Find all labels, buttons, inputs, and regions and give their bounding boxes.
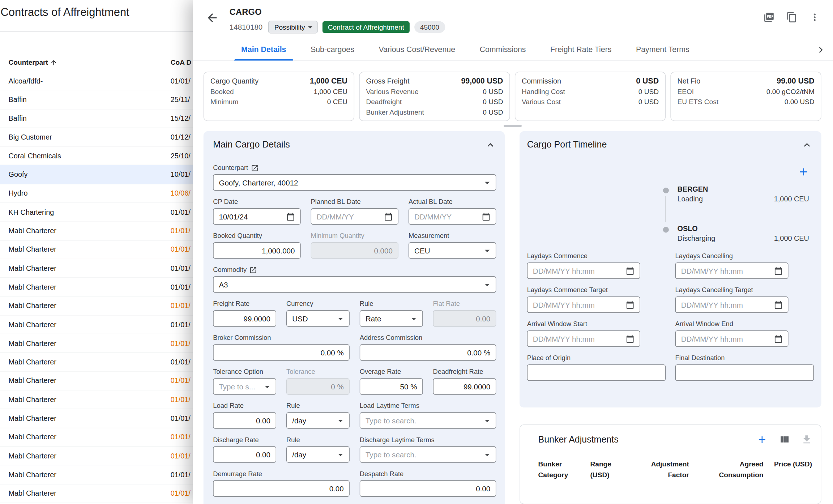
bunker-column-header: Bunker Category [538, 459, 580, 480]
input-value: DD/MM/YY hh:mm [681, 334, 743, 343]
input-value: Type to s... [219, 382, 255, 391]
bunker-actions [756, 434, 812, 445]
external-link-icon[interactable] [251, 164, 259, 172]
field-label-text: Discharge Laytime Terms [360, 436, 435, 444]
coa-counterpart-cell: Mabl Charterer [9, 283, 171, 291]
booked-quantity-input[interactable]: 1,000.000 [213, 242, 300, 259]
cp-date-input[interactable]: 10/01/24 [213, 208, 300, 225]
form-cell: Laydays Cancelling TargetDD/MM/YY hh:mm [675, 286, 813, 313]
demurrage-rate-input[interactable]: 0.00 [213, 480, 350, 497]
coa-counterpart-cell: KH Chartering [9, 208, 171, 216]
field-rule: Rule/day [286, 436, 350, 463]
collapse-chevron-up-icon[interactable] [801, 139, 813, 151]
overage-rate-input[interactable]: 50 % [360, 378, 423, 395]
field-label-text: Load Rate [213, 402, 244, 410]
broker-commission-input[interactable]: 0.00 % [213, 344, 350, 361]
add-port-icon[interactable] [798, 166, 810, 178]
laydays-cancelling-input[interactable]: DD/MM/YY hh:mm [675, 262, 789, 279]
laydays-cancelling-target-input[interactable]: DD/MM/YY hh:mm [675, 296, 789, 313]
field-label-text: Rule [286, 436, 300, 444]
coa-counterpart-cell: Baffin [9, 95, 171, 103]
actual-bl-date-input[interactable]: DD/MM/YY [409, 208, 496, 225]
input-value: 99.0000 [464, 382, 490, 391]
final-destination-input[interactable] [675, 364, 814, 381]
laydays-commence-target-input[interactable]: DD/MM/YY hh:mm [527, 296, 640, 313]
rule-select[interactable]: Rate [360, 310, 423, 327]
field-label: Discharge Rate [213, 436, 276, 444]
panel-resize-handle[interactable] [503, 125, 521, 127]
input-value: DD/MM/YY [414, 212, 452, 221]
columns-icon[interactable] [779, 434, 790, 445]
field-label: Currency [286, 300, 350, 308]
deadfreight-rate-input[interactable]: 99.0000 [433, 378, 496, 395]
field-label-text: Despatch Rate [360, 470, 404, 478]
field-label: Laydays Cancelling Target [675, 286, 789, 295]
field-label-text: Demurrage Rate [213, 470, 262, 478]
arrival-window-end-input[interactable]: DD/MM/YY hh:mm [675, 330, 789, 347]
tab-various-cost-revenue[interactable]: Various Cost/Revenue [367, 39, 467, 60]
laydays-commence-input[interactable]: DD/MM/YY hh:mm [527, 262, 640, 279]
tab-sub-cargoes[interactable]: Sub-cargoes [298, 39, 366, 60]
tab-main-details[interactable]: Main Details [229, 39, 298, 60]
load-rate-input[interactable]: 0.00 [213, 412, 276, 429]
card-row: Various Revenue0 USD [366, 86, 503, 97]
tab-payment-terms[interactable]: Payment Terms [624, 39, 701, 60]
caret-down-icon [481, 177, 493, 188]
coa-counterpart-cell: Mabl Charterer [9, 471, 171, 479]
load-laytime-terms-select[interactable]: Type to search. [360, 412, 496, 429]
coa-date-column-header[interactable]: CoA D [171, 59, 192, 67]
main-cargo-title: Main Cargo Details [213, 140, 290, 150]
bunker-header: Bunker Adjustments [538, 434, 812, 445]
input-value: DD/MM/YY [317, 212, 354, 221]
measurement-select[interactable]: CEU [409, 242, 496, 259]
calendar-icon[interactable] [774, 334, 783, 343]
calendar-icon[interactable] [384, 212, 393, 221]
commodity-select[interactable]: A3 [213, 276, 496, 293]
despatch-rate-input[interactable]: 0.00 [360, 480, 496, 497]
discharge-laytime-terms-select[interactable]: Type to search. [360, 446, 496, 463]
planned-bl-date-input[interactable]: DD/MM/YY [311, 208, 398, 225]
field-label-text: Arrival Window Start [527, 320, 587, 328]
counterpart-column-header[interactable]: Counterpart [9, 59, 171, 67]
pdf-export-icon[interactable] [764, 12, 775, 23]
address-commission-input[interactable]: 0.00 % [360, 344, 496, 361]
rule-select[interactable]: /day [286, 412, 350, 429]
tab-commissions[interactable]: Commissions [467, 39, 538, 60]
port-item: OSLODischarging1,000 CEU [662, 225, 809, 242]
tabs-overflow-chevron-icon[interactable] [815, 44, 826, 55]
collapse-chevron-up-icon[interactable] [484, 139, 496, 151]
field-label: Laydays Cancelling [675, 252, 789, 260]
tolerance-option-select[interactable]: Type to s... [213, 378, 276, 395]
card-label: Cargo Quantity [210, 76, 259, 86]
field-laydays-commence-target: Laydays Commence TargetDD/MM/YY hh:mm [527, 286, 640, 313]
port-operation-row: Discharging1,000 CEU [677, 234, 809, 242]
external-link-icon[interactable] [249, 266, 257, 274]
rule-select[interactable]: /day [286, 446, 350, 463]
tab-freight-rate-tiers[interactable]: Freight Rate Tiers [538, 39, 624, 60]
field-label-text: Freight Rate [213, 300, 249, 308]
counterpart-select[interactable]: Goofy, Charterer, 40012 [213, 174, 496, 191]
place-of-origin-input[interactable] [527, 364, 666, 381]
status-dropdown[interactable]: Possibility [268, 21, 317, 33]
form-row: CounterpartGoofy, Charterer, 40012 [213, 164, 496, 191]
calendar-icon[interactable] [626, 334, 635, 343]
currency-select[interactable]: USD [286, 310, 350, 327]
back-arrow-icon[interactable] [206, 11, 219, 25]
calendar-icon[interactable] [774, 300, 783, 309]
calendar-icon[interactable] [626, 266, 635, 275]
arrival-window-start-input[interactable]: DD/MM/YY hh:mm [527, 330, 640, 347]
calendar-icon[interactable] [286, 212, 295, 221]
copy-icon[interactable] [786, 12, 798, 23]
field-load-laytime-terms: Load Laytime TermsType to search. [360, 402, 496, 429]
calendar-icon[interactable] [482, 212, 491, 221]
input-value: 0.00 [256, 450, 270, 459]
calendar-icon[interactable] [626, 300, 635, 309]
freight-rate-input[interactable]: 99.0000 [213, 310, 276, 327]
discharge-rate-input[interactable]: 0.00 [213, 446, 276, 463]
sort-ascending-icon [50, 59, 58, 66]
download-icon[interactable] [801, 434, 812, 445]
add-bunker-adjustment-icon[interactable] [756, 434, 768, 445]
calendar-icon[interactable] [774, 266, 783, 275]
timeline-dot-icon [663, 227, 668, 232]
more-menu-icon[interactable] [809, 12, 820, 23]
